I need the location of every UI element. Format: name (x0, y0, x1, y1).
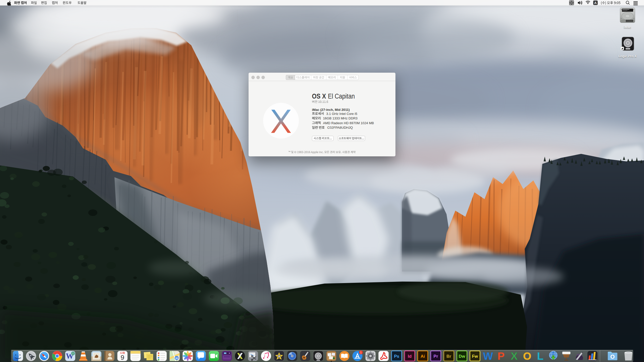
svg-text:1: 1 (360, 351, 362, 354)
svg-text:16GB 1333 MHz DDR3: 16GB 1333 MHz DDR3 (323, 116, 357, 120)
svg-text:iMac (27-inch, Mid 2011): iMac (27-inch, Mid 2011) (312, 108, 350, 112)
svg-text:AMD Radeon HD 6970M 1024 MB: AMD Radeon HD 6970M 1024 MB (323, 121, 374, 125)
svg-text:Id: Id (408, 354, 412, 359)
svg-text:Fw: Fw (472, 354, 478, 359)
svg-text:W: W (483, 350, 493, 362)
svg-text:9: 9 (120, 354, 124, 361)
svg-text:L: L (537, 350, 544, 362)
svg-text:Ps: Ps (394, 354, 399, 359)
svg-text:Dw: Dw (459, 354, 465, 359)
svg-text:Br: Br (447, 354, 451, 359)
svg-text:C02FPA8UDHJQ: C02FPA8UDHJQ (327, 126, 353, 129)
svg-text:P: P (498, 350, 505, 362)
svg-text:O: O (523, 350, 531, 362)
svg-text:Ai: Ai (421, 354, 425, 359)
svg-text:El Capitan: El Capitan (328, 93, 355, 100)
svg-text:3.1 GHz Intel Core i5: 3.1 GHz Intel Core i5 (326, 112, 357, 116)
svg-text:A: A (594, 1, 597, 5)
svg-text:iMac: iMac (624, 25, 631, 29)
svg-text:OS X: OS X (312, 93, 326, 100)
svg-text:Pr: Pr (433, 354, 438, 359)
svg-text:Logic Pro X: Logic Pro X (618, 54, 637, 58)
svg-text:X: X (511, 350, 518, 362)
svg-text:3D: 3D (175, 357, 178, 359)
